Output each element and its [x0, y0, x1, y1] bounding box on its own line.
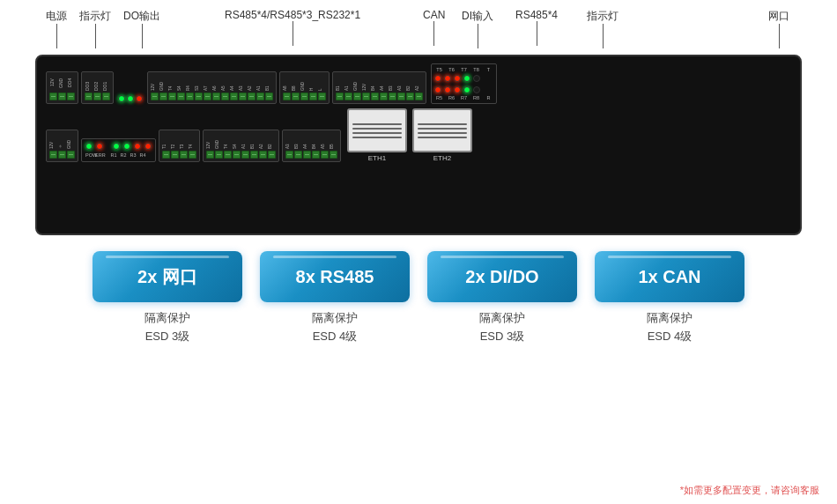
pin [177, 93, 185, 100]
pin [256, 93, 264, 100]
pin [318, 93, 326, 100]
tg-power-pins [49, 93, 75, 100]
pin [233, 151, 241, 159]
feature-dido-badge: 2x DI/DO [427, 251, 577, 302]
pin [397, 93, 405, 100]
led-indicator [118, 95, 125, 102]
terminal-group-rs485-bottom-left: 12V GND T4 S4 A1 B1 A2 B2 [203, 130, 279, 162]
label-rs485-line [293, 21, 293, 46]
led-t5 [434, 75, 441, 82]
pin [67, 93, 75, 100]
pin [171, 151, 179, 159]
label-indicator1-text: 指示灯 [79, 9, 111, 24]
feature-eth-badge: 2x 网口 [93, 251, 242, 302]
label-indicator2-text: 指示灯 [587, 9, 618, 24]
pin [330, 151, 337, 159]
led-r5 [434, 86, 441, 93]
feature-eth: 2x 网口 隔离保护 ESD 3级 [93, 251, 242, 346]
device-top-row: 12V GND DO4 DO3 DO2 DO1 [46, 63, 791, 104]
pin [259, 151, 267, 159]
feature-rs485-desc: 隔离保护 ESD 4级 [312, 309, 358, 346]
feature-dido: 2x DI/DO 隔离保护 ESD 3级 [427, 251, 577, 346]
led-r4 [144, 143, 152, 150]
label-r1: R1 [110, 152, 117, 158]
pin [162, 151, 170, 159]
pin [195, 93, 203, 100]
feature-can: 1x CAN 隔离保护 ESD 4级 [595, 251, 744, 346]
eth2-label: ETH2 [433, 154, 451, 162]
label-pow: POW [85, 152, 93, 158]
label-indicator1: 指示灯 [79, 9, 111, 48]
terminal-group-rs485-right: B1 A1 GND 12V B4 A4 B3 A3 B2 A2 [332, 71, 426, 104]
label-eth-line [779, 24, 780, 48]
feature-eth-desc: 隔离保护 ESD 3级 [144, 309, 190, 346]
label-rs485-2-line [537, 21, 537, 46]
pin [353, 93, 361, 100]
feature-rs485: 8x RS485 隔离保护 ESD 4级 [260, 251, 410, 346]
device-body: 12V GND DO4 DO3 DO2 DO1 [35, 55, 802, 235]
pin [180, 151, 188, 159]
led-indicator [136, 95, 143, 102]
label-rs485-2-text: RS485*4 [515, 9, 558, 21]
feature-can-badge-text: 1x CAN [638, 267, 700, 287]
pin [321, 151, 329, 159]
pin [58, 93, 66, 100]
pin [389, 93, 396, 100]
label-can-text: CAN [423, 9, 445, 21]
page-wrapper: 电源 指示灯 DO输出 RS485*4/RS485*3_RS232*1 CAN … [0, 0, 837, 504]
pin [265, 93, 273, 100]
device-bottom-row: 12V ⏚ GND [46, 108, 791, 162]
led-t6 [444, 75, 451, 82]
terminal-group-rs485-top: 12V GND T4 S4 R4 S3 A7 A6 A5 A4 A3 A2 A1… [147, 71, 277, 104]
pin [49, 151, 57, 159]
pin [309, 93, 317, 100]
eth2-port: ETH2 [412, 108, 472, 162]
pin [212, 93, 220, 100]
label-do-line [142, 24, 143, 48]
label-indicator2-line [603, 24, 604, 48]
pin [85, 93, 93, 100]
pin [336, 93, 344, 100]
pin [415, 93, 423, 100]
feature-rs485-badge-text: 8x RS485 [296, 267, 374, 287]
right-led-panel: T5 T6 T7 T8 T [431, 63, 497, 104]
led-r2 [123, 143, 130, 150]
pin [204, 93, 211, 100]
pin [221, 93, 229, 100]
led-pow [85, 143, 93, 150]
top-leds-right [434, 75, 493, 82]
pin [362, 93, 370, 100]
eth1-connector [347, 108, 407, 152]
led-indicator [127, 95, 134, 102]
top-labels-area: 电源 指示灯 DO输出 RS485*4/RS485*3_RS232*1 CAN … [35, 9, 802, 55]
label-do: DO输出 [123, 9, 160, 48]
bottom-leds-right [434, 86, 493, 93]
label-indicator2: 指示灯 [587, 9, 618, 48]
led-t8 [463, 75, 470, 82]
pin [159, 93, 167, 100]
pin [168, 93, 176, 100]
pin [292, 93, 300, 100]
label-can-line [433, 21, 434, 46]
led-t7 [454, 75, 461, 82]
label-r3: R3 [130, 152, 137, 158]
feature-can-badge: 1x CAN [595, 251, 744, 302]
pin [268, 151, 276, 159]
terminal-group-power: 12V GND DO4 [46, 71, 78, 104]
pin [248, 93, 256, 100]
pin [303, 151, 311, 159]
terminal-group-do: DO3 DO2 DO1 [81, 71, 114, 104]
terminal-group-rs485-bottom-right: A3 B3 A4 B4 A5 B5 [282, 130, 341, 162]
led-r7 [454, 86, 461, 93]
eth-ports: ETH1 ETH2 [347, 108, 472, 162]
pin [371, 93, 379, 100]
eth1-port: ETH1 [347, 108, 407, 162]
terminal-group-can-di: A8 B8 GND H L [279, 71, 330, 104]
label-di: DI输入 [462, 9, 493, 48]
led-err [96, 143, 103, 150]
label-rs485-text: RS485*4/RS485*3_RS232*1 [225, 9, 360, 21]
pin [285, 151, 293, 159]
feature-eth-badge-text: 2x 网口 [137, 265, 197, 289]
bottom-led-indicators: POW ERR R1 R2 R3 R4 [81, 138, 156, 162]
pin [283, 93, 291, 100]
